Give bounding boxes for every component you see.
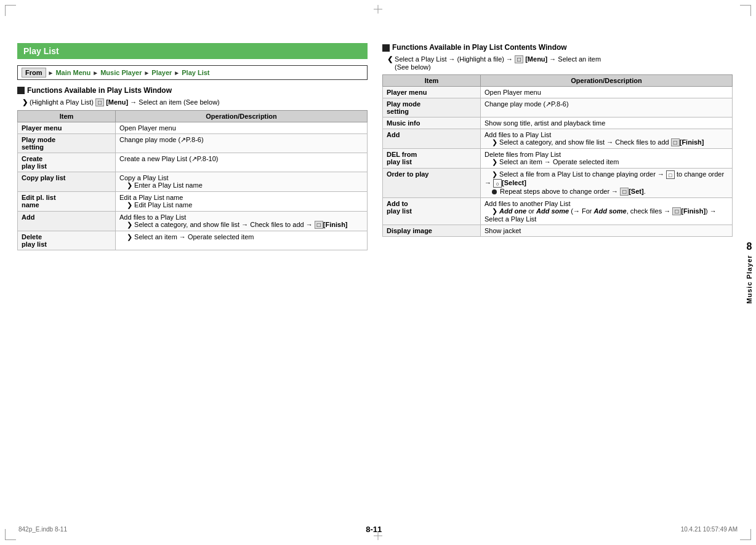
play-list-header: Play List	[17, 43, 368, 59]
footer: 842p_E.indb 8-11 8-11 10.4.21 10:57:49 A…	[0, 525, 756, 534]
row-desc: Add files to another Play List ❯ Add one…	[481, 198, 733, 225]
breadcrumb-play-list: Play List	[182, 69, 209, 76]
table-row: Player menu Open Player menu	[18, 122, 368, 134]
right-heading-square-icon	[382, 44, 390, 52]
row-desc: Show jacket	[481, 225, 733, 237]
right-col-desc-header: Operation/Description	[481, 75, 733, 87]
menu-icon-left: □	[95, 98, 104, 106]
table-row: Add toplay list Add files to another Pla…	[383, 198, 733, 225]
left-section-heading: Functions Available in Play Lists Window	[17, 86, 368, 95]
bullet-circle-icon	[492, 189, 497, 194]
table-row: Createplay list Create a new Play List (…	[18, 153, 368, 172]
row-desc: Change play mode (↗P.8-6)	[481, 98, 733, 117]
row-item: Createplay list	[18, 153, 116, 172]
order-icon: □	[666, 170, 675, 179]
play-list-title: Play List	[23, 46, 361, 56]
table-row: Copy play list Copy a Play List❯ Enter a…	[18, 172, 368, 192]
footer-left: 842p_E.indb 8-11	[18, 526, 67, 533]
row-desc: Edit a Play List name❯ Edit Play List na…	[116, 192, 368, 212]
row-item: Music info	[383, 117, 481, 129]
row-item: Play modesetting	[383, 98, 481, 117]
row-item: Add	[18, 212, 116, 231]
finish-icon-right-add: □	[671, 138, 680, 146]
table-row: Player menu Open Player menu	[383, 87, 733, 98]
chapter-title: Music Player	[746, 255, 753, 303]
row-desc: Open Player menu	[481, 87, 733, 98]
cross-top	[374, 5, 382, 14]
right-section-title: Functions Available in Play List Content…	[392, 43, 567, 52]
right-sub-instruction: ❮ Select a Play List → (Highlight a file…	[382, 55, 733, 71]
table-row: Add Add files to a Play List ❯ Select a …	[383, 129, 733, 149]
right-section-heading: Functions Available in Play List Content…	[382, 43, 733, 52]
page-number: 8-11	[366, 525, 382, 534]
breadcrumb-player: Player	[151, 69, 172, 76]
table-row: Play modesetting Change play mode (↗P.8-…	[18, 134, 368, 153]
row-desc: Change play mode (↗P.8-6)	[116, 134, 368, 153]
breadcrumb-music-player: Music Player	[100, 69, 142, 76]
breadcrumb-from: From	[22, 68, 46, 78]
row-item: Play modesetting	[18, 134, 116, 153]
breadcrumb-arrow-3: ►	[143, 70, 150, 76]
breadcrumb-arrow-4: ►	[174, 70, 180, 76]
table-row: Display image Show jacket	[383, 225, 733, 237]
left-col-item-header: Item	[18, 111, 116, 122]
breadcrumb-arrow-1: ►	[48, 70, 54, 76]
row-item: Add	[383, 129, 481, 149]
row-item: Order to play	[383, 169, 481, 198]
breadcrumb-arrow-2: ►	[92, 70, 99, 76]
row-item: Player menu	[18, 122, 116, 134]
corner-mark-tl	[5, 5, 16, 16]
row-desc: Open Player menu	[116, 122, 368, 134]
row-desc: ❯ Select a file from a Play List to chan…	[481, 169, 733, 198]
row-item: Add toplay list	[383, 198, 481, 225]
finish-icon-left: □	[315, 221, 323, 229]
row-item: Deleteplay list	[18, 231, 116, 250]
breadcrumb: From ► Main Menu ► Music Player ► Player…	[17, 65, 368, 80]
left-table: Item Operation/Description Player menu O…	[17, 110, 368, 250]
row-item: Copy play list	[18, 172, 116, 192]
right-column: Functions Available in Play List Content…	[382, 43, 733, 517]
right-col-item-header: Item	[383, 75, 481, 87]
row-item: Display image	[383, 225, 481, 237]
table-row: DEL fromplay list Delete files from Play…	[383, 149, 733, 169]
left-column: Play List From ► Main Menu ► Music Playe…	[17, 43, 368, 517]
table-row: Edit pl. listname Edit a Play List name❯…	[18, 192, 368, 212]
table-row: Music info Show song title, artist and p…	[383, 117, 733, 129]
row-desc: Create a new Play List (↗P.8-10)	[116, 153, 368, 172]
table-row: Order to play ❯ Select a file from a Pla…	[383, 169, 733, 198]
row-desc: Show song title, artist and playback tim…	[481, 117, 733, 129]
select-icon: ○	[493, 179, 502, 188]
row-desc: Add files to a Play List ❯ Select a cate…	[116, 212, 368, 231]
row-desc: Add files to a Play List ❯ Select a cate…	[481, 129, 733, 149]
table-row: Play modesetting Change play mode (↗P.8-…	[383, 98, 733, 117]
left-sub-instruction: ❯ (Highlight a Play List) □ [Menu] → Sel…	[17, 98, 368, 106]
breadcrumb-main-menu: Main Menu	[55, 69, 90, 76]
menu-icon-right: □	[515, 55, 523, 63]
chapter-number: 8	[747, 241, 752, 252]
row-desc: ❯ Select an item → Operate selected item	[116, 231, 368, 250]
left-section-title: Functions Available in Play Lists Window	[27, 86, 172, 95]
right-table: Item Operation/Description Player menu O…	[382, 74, 733, 237]
table-row: Add Add files to a Play List ❯ Select a …	[18, 212, 368, 231]
main-content: Play List From ► Main Menu ► Music Playe…	[17, 43, 733, 517]
corner-mark-tr	[740, 5, 751, 16]
row-desc: Delete files from Play List ❯ Select an …	[481, 149, 733, 169]
row-item: Edit pl. listname	[18, 192, 116, 212]
row-item: DEL fromplay list	[383, 149, 481, 169]
chapter-side-tab: 8 Music Player	[742, 241, 756, 303]
row-item: Player menu	[383, 87, 481, 98]
left-col-desc-header: Operation/Description	[116, 111, 368, 122]
heading-square-icon	[17, 87, 25, 94]
finish-icon-right-addsome: □	[672, 207, 681, 215]
table-row: Deleteplay list ❯ Select an item → Opera…	[18, 231, 368, 250]
row-desc: Copy a Play List❯ Enter a Play List name	[116, 172, 368, 192]
set-icon: □	[620, 188, 629, 196]
footer-right: 10.4.21 10:57:49 AM	[681, 526, 738, 533]
